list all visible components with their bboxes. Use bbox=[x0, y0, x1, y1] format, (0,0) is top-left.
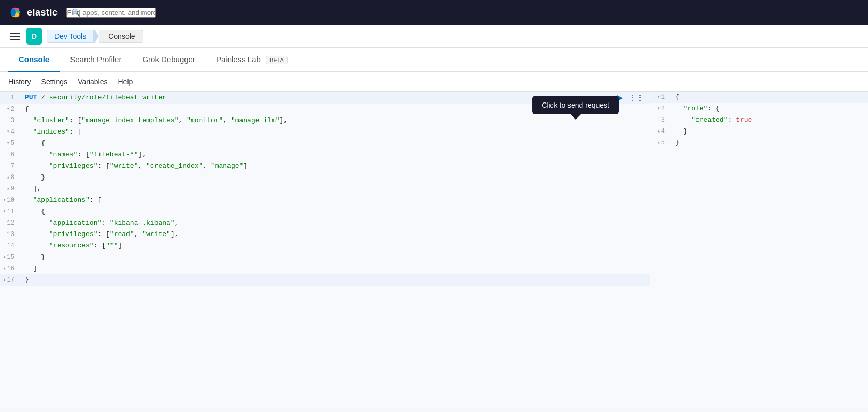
line-number-1: 1 bbox=[0, 92, 21, 104]
fold-arrow-11[interactable]: ▾ bbox=[3, 206, 6, 217]
line-content-9: ], bbox=[21, 183, 650, 195]
send-request-tooltip: Click to send request bbox=[532, 96, 619, 114]
elastic-logo: elastic bbox=[8, 5, 58, 20]
tab-painless-lab[interactable]: Painless Lab BETA bbox=[206, 48, 298, 72]
result-content-2: "role": { bbox=[671, 103, 868, 114]
line-content-4: "indices": [ bbox=[21, 126, 650, 138]
variables-button[interactable]: Variables bbox=[78, 76, 107, 88]
tab-search-profiler[interactable]: Search Profiler bbox=[60, 48, 132, 72]
result-line-3: 3 "created": true bbox=[650, 114, 868, 126]
result-fold-2[interactable]: ▾ bbox=[657, 103, 660, 114]
breadcrumb-separator bbox=[94, 28, 99, 45]
code-line-14: 14 "resources": ["*"] bbox=[0, 240, 650, 252]
result-code: ▾ 1 { ▾ 2 "role": { 3 "created": true ▴ … bbox=[650, 92, 868, 149]
svg-point-4 bbox=[11, 9, 16, 17]
code-line-9: ▴ 9 ], bbox=[0, 183, 650, 195]
result-line-2: ▾ 2 "role": { bbox=[650, 103, 868, 114]
line-content-13: "privileges": ["read", "write"], bbox=[21, 229, 650, 240]
result-line-number-1: ▾ 1 bbox=[650, 92, 671, 103]
line-number-7: 7 bbox=[0, 160, 21, 172]
code-line-10: ▾ 10 "applications": [ bbox=[0, 195, 650, 206]
fold-arrow-10[interactable]: ▾ bbox=[3, 195, 6, 206]
fold-arrow-2[interactable]: ▾ bbox=[7, 104, 10, 115]
fold-arrow-4[interactable]: ▾ bbox=[7, 126, 10, 138]
line-content-17: } bbox=[21, 274, 650, 286]
code-line-11: ▾ 11 { bbox=[0, 206, 650, 217]
breadcrumb-console[interactable]: Console bbox=[99, 30, 143, 43]
tab-console[interactable]: Console bbox=[8, 48, 60, 72]
fold-arrow-8[interactable]: ▴ bbox=[7, 172, 10, 183]
line-number-2: ▾ 2 bbox=[0, 104, 21, 115]
search-icon: 🔍 bbox=[72, 8, 80, 17]
fold-arrow-17[interactable]: ▴ bbox=[3, 274, 6, 286]
code-line-6: 6 "names": ["filebeat-*"], bbox=[0, 149, 650, 160]
main-content: 1 PUT /_security/role/filebeat_writer ▶ … bbox=[0, 92, 868, 409]
beta-badge: BETA bbox=[266, 56, 288, 64]
fold-arrow-16[interactable]: ▴ bbox=[3, 263, 6, 274]
result-line-4: ▴ 4 } bbox=[650, 126, 868, 137]
result-line-number-3: 3 bbox=[650, 114, 671, 126]
hamburger-menu-button[interactable] bbox=[8, 31, 22, 42]
result-panel: ▾ 1 { ▾ 2 "role": { 3 "created": true ▴ … bbox=[650, 92, 868, 409]
history-button[interactable]: History bbox=[8, 76, 31, 88]
elastic-brand-name: elastic bbox=[27, 7, 58, 18]
line-content-1: PUT /_security/role/filebeat_writer bbox=[21, 92, 615, 104]
line-number-9: ▴ 9 bbox=[0, 183, 21, 195]
line-number-12: 12 bbox=[0, 217, 21, 229]
line-number-4: ▾ 4 bbox=[0, 126, 21, 138]
line-actions-1: ▶ ⋮⋮ bbox=[615, 92, 650, 104]
line-number-13: 13 bbox=[0, 229, 21, 240]
code-line-8: ▴ 8 } bbox=[0, 172, 650, 183]
tab-grok-debugger[interactable]: Grok Debugger bbox=[132, 48, 206, 72]
line-content-3: "cluster": ["manage_index_templates", "m… bbox=[21, 115, 650, 126]
tooltip-wrapper: Click to send request bbox=[532, 96, 619, 114]
result-content-4: } bbox=[671, 126, 868, 137]
line-number-17: ▴ 17 bbox=[0, 274, 21, 286]
line-content-10: "applications": [ bbox=[21, 195, 650, 206]
code-line-12: 12 "application": "kibana-.kibana", bbox=[0, 217, 650, 229]
editor-panel[interactable]: 1 PUT /_security/role/filebeat_writer ▶ … bbox=[0, 92, 650, 409]
result-content-5: } bbox=[671, 137, 868, 149]
tab-bar: Console Search Profiler Grok Debugger Pa… bbox=[0, 48, 868, 72]
fold-arrow-9[interactable]: ▴ bbox=[7, 183, 10, 195]
line-number-3: 3 bbox=[0, 115, 21, 126]
code-line-17: ▴ 17 } bbox=[0, 274, 650, 286]
result-content-3: "created": true bbox=[671, 114, 868, 126]
code-line-3: 3 "cluster": ["manage_index_templates", … bbox=[0, 115, 650, 126]
line-number-8: ▴ 8 bbox=[0, 172, 21, 183]
result-fold-4[interactable]: ▴ bbox=[657, 126, 660, 137]
line-content-6: "names": ["filebeat-*"], bbox=[21, 149, 650, 160]
line-content-12: "application": "kibana-.kibana", bbox=[21, 217, 650, 229]
line-content-5: { bbox=[21, 138, 650, 149]
global-search-wrapper: 🔍 bbox=[66, 8, 860, 18]
line-number-5: ▾ 5 bbox=[0, 138, 21, 149]
fold-arrow-5[interactable]: ▾ bbox=[7, 138, 10, 149]
line-content-11: { bbox=[21, 206, 650, 217]
result-fold-1[interactable]: ▾ bbox=[657, 92, 660, 103]
secondary-nav: D Dev Tools Console bbox=[0, 25, 868, 48]
code-line-7: 7 "privileges": ["write", "create_index"… bbox=[0, 160, 650, 172]
result-line-1: ▾ 1 { bbox=[650, 92, 868, 103]
avatar-button[interactable]: D bbox=[26, 28, 42, 45]
code-line-13: 13 "privileges": ["read", "write"], bbox=[0, 229, 650, 240]
line-number-16: ▴ 16 bbox=[0, 263, 21, 274]
line-number-10: ▾ 10 bbox=[0, 195, 21, 206]
breadcrumb-devtools[interactable]: Dev Tools bbox=[47, 30, 94, 43]
result-line-5: ▴ 5 } bbox=[650, 137, 868, 149]
result-fold-5[interactable]: ▴ bbox=[657, 137, 660, 149]
line-number-15: ▴ 15 bbox=[0, 252, 21, 263]
breadcrumb: Dev Tools Console bbox=[47, 28, 143, 45]
line-content-15: } bbox=[21, 252, 650, 263]
fold-arrow-15[interactable]: ▴ bbox=[3, 252, 6, 263]
elastic-logo-icon bbox=[8, 5, 23, 20]
code-editor: 1 PUT /_security/role/filebeat_writer ▶ … bbox=[0, 92, 650, 286]
code-line-16: ▴ 16 ] bbox=[0, 263, 650, 274]
help-button[interactable]: Help bbox=[118, 76, 133, 88]
result-content-1: { bbox=[671, 92, 868, 103]
settings-button[interactable]: Settings bbox=[41, 76, 68, 88]
result-line-number-4: ▴ 4 bbox=[650, 126, 671, 137]
result-line-number-2: ▾ 2 bbox=[650, 103, 671, 114]
line-number-14: 14 bbox=[0, 240, 21, 252]
options-button[interactable]: ⋮⋮ bbox=[627, 93, 646, 103]
line-content-8: } bbox=[21, 172, 650, 183]
